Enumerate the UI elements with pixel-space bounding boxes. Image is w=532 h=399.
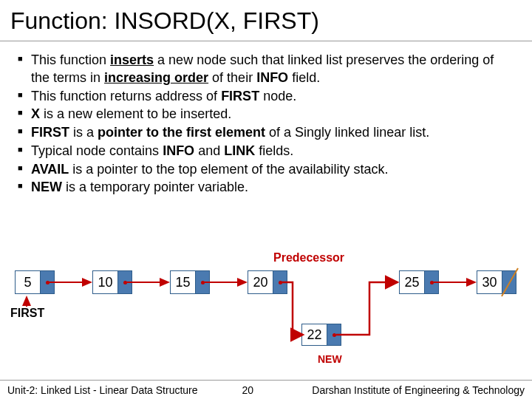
node-link [41, 271, 54, 293]
bullet-item: NEW is a temporary pointer variable. [31, 179, 514, 197]
pointer-dot-icon [201, 281, 205, 284]
node-link [327, 324, 341, 345]
list-node: 15 [170, 270, 210, 294]
pointer-dot-icon [430, 281, 434, 284]
node-info: 15 [171, 271, 196, 293]
node-info: 20 [248, 271, 273, 293]
list-node: 25 [399, 270, 439, 294]
bullet-item: X is a new element to be inserted. [31, 106, 514, 123]
node-link [196, 271, 209, 293]
footer-right: Darshan Institute of Engineering & Techn… [312, 384, 525, 396]
bullet-item: AVAIL is a pointer to the top element of… [31, 161, 514, 179]
node-info: 22 [302, 324, 327, 345]
node-info: 5 [16, 271, 41, 293]
new-label: NEW [318, 353, 342, 365]
first-label: FIRST [10, 307, 44, 320]
pointer-dot-icon [46, 281, 50, 284]
pointer-dot-icon [332, 333, 336, 337]
new-node: 22 [301, 324, 341, 346]
bullet-item: FIRST is a pointer to the first element … [31, 124, 514, 142]
node-info: 25 [400, 271, 425, 293]
list-node: 5 [15, 270, 55, 294]
node-info: 10 [93, 271, 118, 293]
bullet-item: This function returns address of FIRST n… [31, 88, 514, 106]
bullet-list: This function inserts a new node such th… [0, 41, 532, 203]
pointer-dot-icon [279, 281, 282, 284]
bullet-item: Typical node contains INFO and LINK fiel… [31, 143, 514, 160]
list-node: 20 [248, 270, 287, 294]
footer: Unit-2: Linked List - Linear Data Struct… [0, 380, 532, 399]
pointer-dot-icon [123, 281, 127, 284]
list-node: 10 [92, 270, 132, 294]
node-info: 30 [477, 271, 502, 293]
bullet-item: This function inserts a new node such th… [31, 52, 514, 87]
node-link [273, 271, 287, 293]
predecessor-label: Predecessor [273, 251, 332, 265]
node-row: 5 10 15 20 25 30 [15, 270, 517, 300]
node-link [118, 271, 132, 293]
slide-title: Function: INSORD(X, FIRST) [0, 0, 532, 41]
footer-left: Unit-2: Linked List - Linear Data Struct… [7, 384, 198, 396]
footer-page-number: 20 [242, 384, 254, 396]
node-link [425, 271, 438, 293]
